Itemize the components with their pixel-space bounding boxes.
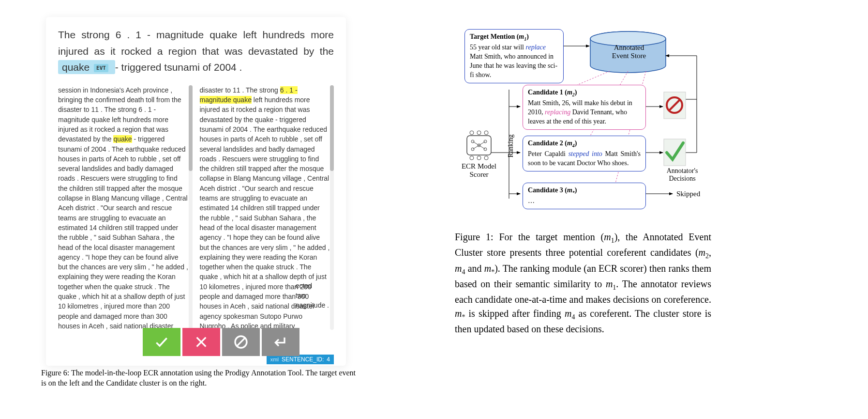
candidate3-box: Candidate 3 (m*) …: [523, 183, 646, 209]
sentence-id-bar: xml SENTENCE_ID: 4: [267, 355, 334, 364]
left-highlight: quake: [113, 135, 132, 143]
accept-button[interactable]: [143, 328, 180, 356]
svg-line-30: [473, 145, 479, 149]
scrollbar-right[interactable]: [330, 85, 334, 330]
svg-line-31: [479, 145, 485, 149]
svg-line-28: [473, 141, 479, 145]
event-store-label: AnnotatedEvent Store: [605, 44, 653, 60]
svg-point-33: [477, 131, 481, 135]
decision-buttons: [143, 328, 299, 356]
figure6-caption: Figure 6: The model-in-the-loop ECR anno…: [41, 368, 360, 388]
skipped-label: Skipped: [676, 190, 700, 198]
svg-line-29: [479, 141, 485, 145]
evt-highlight[interactable]: quake EVT: [58, 60, 115, 74]
return-icon: [273, 334, 288, 350]
svg-point-34: [484, 131, 488, 135]
sentence-pre: The strong 6 . 1 - magnitude quake left …: [58, 29, 334, 57]
right-context-column[interactable]: disaster to 11 . The strong 6 . 1 - magn…: [200, 85, 334, 330]
evt-label: EVT: [94, 64, 108, 72]
scroll-thumb[interactable]: [330, 85, 334, 171]
x-icon: [194, 334, 209, 350]
check-icon: [154, 334, 169, 350]
svg-point-32: [470, 131, 474, 135]
svg-point-36: [477, 156, 481, 160]
xml-label: xml: [270, 357, 279, 362]
ranking-label: Ranking: [507, 135, 515, 157]
annotator-decisions-label: Annotator'sDecisions: [658, 167, 706, 183]
main-sentence: The strong 6 . 1 - magnitude quake left …: [58, 27, 334, 76]
svg-point-35: [470, 156, 474, 160]
svg-line-3: [237, 338, 246, 347]
target-mention-box: Target Mention (m1) 55 year old star wil…: [464, 29, 564, 83]
candidate2-box: Candidate 2 (m4) Peter Capaldi stepped i…: [523, 136, 646, 171]
sentence-id-label: SENTENCE_ID:: [282, 356, 324, 363]
sentence-post: - triggered tsunami of 2004 .: [115, 62, 242, 73]
figure1-caption: Figure 1: For the target mention (m1), t…: [455, 230, 711, 336]
scroll-thumb[interactable]: [189, 85, 193, 171]
sentence-id-value: 4: [327, 356, 330, 363]
ecr-model-icon: [467, 131, 491, 160]
svg-point-37: [484, 156, 488, 160]
skip-button[interactable]: [222, 328, 260, 356]
prodigy-panel: The strong 6 . 1 - magnitude quake left …: [46, 17, 346, 366]
context-columns: session in Indonesia's Aceh province , b…: [58, 85, 334, 330]
undo-button[interactable]: [262, 328, 299, 356]
left-context-column[interactable]: session in Indonesia's Aceh province , b…: [58, 85, 193, 330]
candidate1-box: Candidate 1 (m2) Matt Smith, 26, will ma…: [523, 85, 646, 130]
ban-icon: [233, 334, 249, 350]
reject-button[interactable]: [182, 328, 220, 356]
ecr-scorer-label: ECR ModelScorer: [455, 162, 503, 179]
diagram-panel: Target Mention (m1) 55 year old star wil…: [455, 27, 711, 220]
scrollbar-left[interactable]: [189, 85, 193, 330]
